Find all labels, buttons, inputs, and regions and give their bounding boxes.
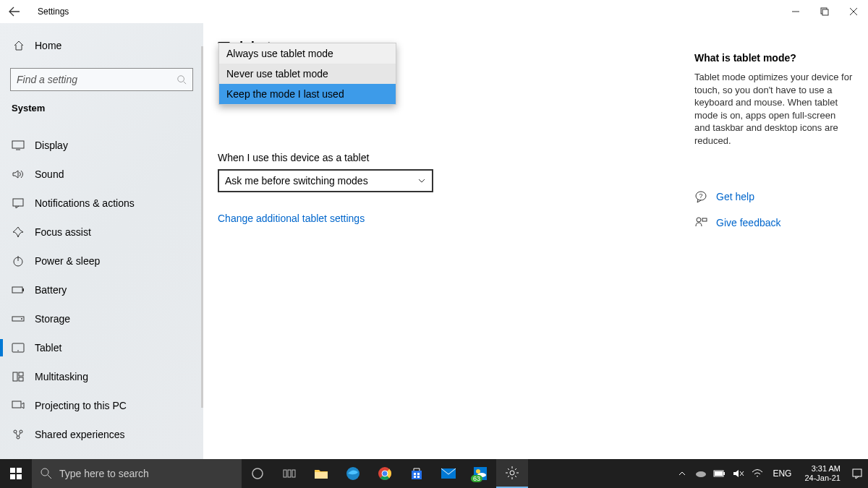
tray-wifi-button[interactable] (751, 467, 764, 480)
tray-volume-button[interactable] (732, 467, 745, 480)
wifi-icon (752, 468, 763, 479)
multitasking-icon (12, 370, 25, 383)
svg-point-54 (696, 471, 706, 477)
svg-line-32 (48, 475, 51, 479)
date-text: 24-Jan-21 (804, 474, 841, 483)
svg-point-33 (252, 468, 263, 479)
nav-label: Projecting to this PC (35, 400, 127, 411)
sidebar-item-projecting[interactable]: Projecting to this PC (0, 391, 203, 420)
sidebar-item-tablet[interactable]: Tablet (0, 333, 203, 362)
search-icon (176, 74, 187, 85)
back-button[interactable] (0, 0, 29, 23)
folder-icon (314, 468, 328, 479)
edge-button[interactable] (337, 459, 369, 488)
file-explorer-button[interactable] (305, 459, 337, 488)
svg-rect-29 (10, 474, 15, 479)
search-input[interactable] (17, 74, 176, 85)
svg-rect-7 (13, 199, 23, 206)
sidebar-item-battery[interactable]: Battery (0, 275, 203, 304)
svg-rect-48 (417, 476, 420, 478)
svg-rect-57 (715, 471, 723, 476)
sidebar-item-multitasking[interactable]: Multitasking (0, 362, 203, 391)
change-additional-settings-link[interactable]: Change additional tablet settings (218, 213, 365, 224)
close-button[interactable] (839, 0, 868, 23)
battery-icon (12, 283, 25, 296)
tray-battery-button[interactable] (713, 467, 726, 480)
give-feedback-link[interactable]: Give feedback (694, 216, 854, 229)
taskbar-apps: 63 (242, 459, 528, 488)
clock-button[interactable]: 3:31 AM 24-Jan-21 (800, 464, 845, 482)
chevron-up-icon (678, 469, 686, 478)
taskbar-search[interactable]: Type here to search (32, 459, 242, 488)
task-view-button[interactable] (273, 459, 305, 488)
svg-rect-16 (13, 372, 17, 381)
sidebar-item-power-sleep[interactable]: Power & sleep (0, 247, 203, 275)
nav-label: Display (35, 140, 68, 151)
weather-button[interactable]: 63 (464, 459, 496, 488)
minimize-button[interactable] (781, 0, 810, 23)
info-panel: What is tablet mode? Tablet mode optimiz… (694, 38, 854, 445)
nav-label: Shared experiences (35, 429, 125, 440)
svg-rect-34 (284, 470, 286, 477)
dropdown-option-always[interactable]: Always use tablet mode (219, 43, 396, 64)
maximize-icon (820, 7, 829, 16)
sidebar-item-focus-assist[interactable]: Focus assist (0, 218, 203, 247)
sidebar-item-sound[interactable]: Sound (0, 160, 203, 189)
home-label: Home (35, 40, 61, 51)
cortana-button[interactable] (242, 459, 273, 488)
svg-rect-27 (10, 468, 15, 473)
nav-label: Focus assist (35, 226, 91, 238)
svg-point-31 (41, 468, 48, 476)
svg-rect-37 (315, 472, 328, 479)
volume-mute-icon (733, 468, 744, 479)
svg-line-4 (184, 82, 187, 85)
task-view-icon (283, 468, 296, 479)
device-as-tablet-dropdown[interactable]: Ask me before switching modes (218, 169, 433, 192)
svg-rect-28 (17, 468, 22, 473)
window-title: Settings (38, 7, 69, 17)
svg-rect-56 (723, 472, 725, 475)
taskbar: Type here to search 63 ENG 3:31 AM 24-Ja… (0, 459, 868, 488)
focus-assist-icon (12, 226, 25, 239)
store-button[interactable] (401, 459, 433, 488)
svg-rect-18 (19, 377, 23, 381)
svg-point-15 (17, 350, 19, 351)
search-placeholder: Type here to search (59, 468, 149, 479)
settings-button[interactable] (496, 459, 528, 488)
close-icon (849, 7, 858, 16)
store-icon (409, 466, 424, 481)
action-center-button[interactable] (851, 467, 864, 480)
power-icon (12, 254, 25, 267)
svg-text:?: ? (699, 192, 702, 200)
projecting-icon (12, 399, 25, 412)
get-help-link[interactable]: ? Get help (694, 190, 854, 203)
chrome-icon (378, 466, 392, 481)
dropdown-option-keep[interactable]: Keep the mode I last used (219, 84, 396, 104)
dropdown-option-never[interactable]: Never use tablet mode (219, 64, 396, 84)
maximize-button[interactable] (810, 0, 839, 23)
tray-chevron-button[interactable] (676, 467, 689, 480)
back-arrow-icon (9, 6, 20, 17)
search-box[interactable] (10, 68, 193, 91)
sidebar-item-storage[interactable]: Storage (0, 304, 203, 333)
sidebar-item-shared-exp[interactable]: Shared experiences (0, 420, 203, 449)
start-button[interactable] (0, 459, 32, 488)
svg-rect-36 (292, 470, 295, 477)
nav-list: Display Sound Notifications & actions Fo… (0, 131, 203, 449)
chrome-button[interactable] (369, 459, 401, 488)
svg-rect-17 (19, 372, 23, 376)
sidebar-item-notifications[interactable]: Notifications & actions (0, 189, 203, 218)
notification-icon (851, 468, 863, 479)
minimize-icon (791, 7, 800, 16)
home-button[interactable]: Home (0, 32, 203, 59)
tray-onedrive-button[interactable] (694, 467, 707, 480)
home-icon (13, 40, 25, 51)
svg-rect-46 (417, 473, 420, 475)
nav-label: Battery (35, 284, 67, 296)
help-label: Get help (716, 191, 754, 202)
language-button[interactable]: ENG (770, 468, 794, 479)
svg-point-21 (20, 430, 22, 433)
sidebar-item-display[interactable]: Display (0, 131, 203, 160)
signin-mode-dropdown-popup: Always use tablet mode Never use tablet … (218, 43, 396, 105)
mail-button[interactable] (433, 459, 464, 488)
